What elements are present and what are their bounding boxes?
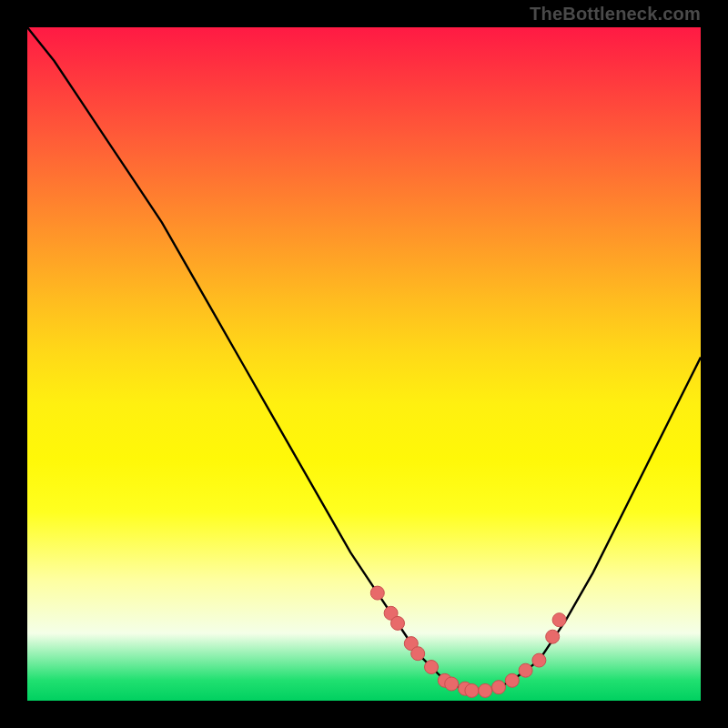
marker-point <box>479 683 492 697</box>
marker-point <box>370 586 384 600</box>
highlight-markers <box>370 586 566 697</box>
chart-svg <box>27 27 701 701</box>
marker-point <box>546 630 560 643</box>
marker-point <box>532 653 546 667</box>
marker-point <box>425 661 439 674</box>
marker-point <box>505 673 519 687</box>
marker-point <box>519 663 532 677</box>
watermark-text: TheBottleneck.com <box>530 4 701 25</box>
marker-point <box>391 616 405 630</box>
bottleneck-curve <box>27 27 701 691</box>
chart-frame: TheBottleneck.com <box>0 0 728 728</box>
marker-point <box>445 677 459 691</box>
marker-point <box>552 613 566 627</box>
marker-point <box>465 683 479 697</box>
marker-point <box>411 647 425 661</box>
marker-point <box>492 681 506 694</box>
